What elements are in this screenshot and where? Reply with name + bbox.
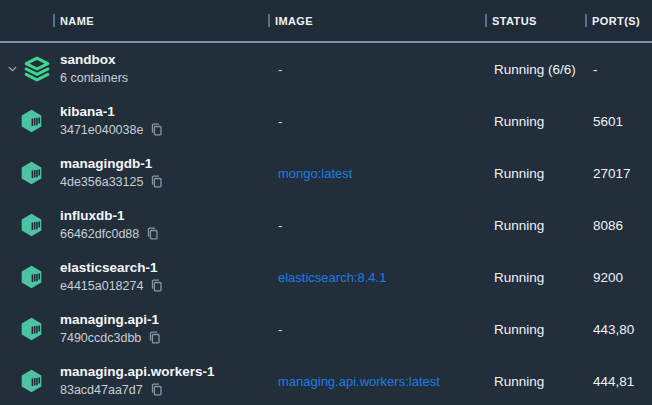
- ports-cell: 444,81: [585, 374, 652, 389]
- container-id: e4415a018274: [60, 279, 143, 295]
- container-name: elasticsearch-1: [60, 260, 268, 277]
- ports-cell: 443,80: [585, 322, 652, 337]
- name-cell: managingdb-1 4de356a33125: [53, 156, 268, 191]
- table-row-managing-api[interactable]: managing.api-1 7490ccdc3dbb - Running 44…: [0, 303, 652, 355]
- status-cell: Running: [485, 270, 585, 285]
- image-link[interactable]: elasticsearch:8.4.1: [268, 270, 485, 285]
- column-header-name: NAME: [53, 0, 268, 41]
- name-cell: kibana-1 3471e040038e: [53, 104, 268, 139]
- expander-cell: [0, 95, 53, 147]
- column-header-status: STATUS: [485, 0, 585, 41]
- container-name: kibana-1: [60, 104, 268, 121]
- table-row-influxdb[interactable]: influxdb-1 66462dfc0d88 - Running 8086: [0, 199, 652, 251]
- table-row-sandbox[interactable]: sandbox 6 containers - Running (6/6) -: [0, 43, 652, 95]
- copy-icon[interactable]: [149, 382, 163, 398]
- image-cell: -: [268, 218, 485, 233]
- column-header-name-label: NAME: [60, 15, 94, 27]
- container-cube-icon: [19, 160, 44, 186]
- container-name: managing.api.workers-1: [60, 364, 268, 381]
- name-cell: managing.api-1 7490ccdc3dbb: [53, 312, 268, 347]
- ports-cell: 8086: [585, 218, 652, 233]
- container-name: managing.api-1: [60, 312, 268, 329]
- ports-cell: -: [585, 62, 652, 77]
- name-cell: elasticsearch-1 e4415a018274: [53, 260, 268, 295]
- container-id: 66462dfc0d88: [60, 227, 139, 243]
- expander-cell: [0, 251, 53, 303]
- chevron-down-icon[interactable]: [6, 63, 19, 76]
- copy-icon[interactable]: [149, 174, 163, 190]
- name-cell: influxdb-1 66462dfc0d88: [53, 208, 268, 243]
- column-header-image-label: IMAGE: [275, 15, 313, 27]
- status-cell: Running (6/6): [485, 62, 585, 77]
- status-cell: Running: [485, 322, 585, 337]
- table-row-elasticsearch[interactable]: elasticsearch-1 e4415a018274 elasticsear…: [0, 251, 652, 303]
- copy-icon[interactable]: [145, 226, 159, 242]
- column-header-status-label: STATUS: [492, 15, 537, 27]
- copy-icon[interactable]: [149, 278, 163, 294]
- expander-cell: [0, 199, 53, 251]
- status-cell: Running: [485, 218, 585, 233]
- image-cell: -: [268, 322, 485, 337]
- container-name: sandbox: [60, 52, 268, 69]
- table-header: NAME IMAGE STATUS PORT(S): [0, 0, 652, 43]
- image-cell: -: [268, 62, 485, 77]
- expander-cell: [0, 147, 53, 199]
- image-link[interactable]: managing.api.workers:latest: [268, 374, 485, 389]
- container-cube-icon: [19, 108, 44, 134]
- name-cell: sandbox 6 containers: [53, 52, 268, 87]
- container-id: 4de356a33125: [60, 175, 143, 191]
- container-id: 7490ccdc3dbb: [60, 331, 141, 347]
- table-row-managing-api-workers[interactable]: managing.api.workers-1 83acd47aa7d7 mana…: [0, 355, 652, 405]
- image-cell: -: [268, 114, 485, 129]
- expander-cell: [0, 303, 53, 355]
- column-divider: [585, 14, 587, 27]
- column-divider: [53, 14, 55, 27]
- stack-icon: [24, 56, 50, 82]
- status-cell: Running: [485, 166, 585, 181]
- name-cell: managing.api.workers-1 83acd47aa7d7: [53, 364, 268, 399]
- ports-cell: 9200: [585, 270, 652, 285]
- copy-icon[interactable]: [149, 122, 163, 138]
- copy-icon[interactable]: [147, 330, 161, 346]
- table-row-kibana[interactable]: kibana-1 3471e040038e - Running 5601: [0, 95, 652, 147]
- column-divider: [485, 14, 487, 27]
- container-count: 6 containers: [60, 71, 128, 87]
- status-cell: Running: [485, 114, 585, 129]
- status-cell: Running: [485, 374, 585, 389]
- table-row-managingdb[interactable]: managingdb-1 4de356a33125 mongo:latest R…: [0, 147, 652, 199]
- column-divider: [268, 14, 270, 27]
- column-header-ports-label: PORT(S): [592, 15, 640, 27]
- ports-cell: 5601: [585, 114, 652, 129]
- column-header-ports: PORT(S): [585, 0, 652, 41]
- container-id: 83acd47aa7d7: [60, 383, 143, 399]
- container-name: managingdb-1: [60, 156, 268, 173]
- container-cube-icon: [19, 212, 44, 238]
- expander-column-header: [0, 0, 53, 41]
- container-cube-icon: [19, 264, 44, 290]
- expander-cell: [0, 43, 53, 95]
- container-name: influxdb-1: [60, 208, 268, 225]
- expander-cell: [0, 355, 53, 405]
- ports-cell: 27017: [585, 166, 652, 181]
- column-header-image: IMAGE: [268, 0, 485, 41]
- container-cube-icon: [19, 368, 44, 394]
- image-link[interactable]: mongo:latest: [268, 166, 485, 181]
- container-id: 3471e040038e: [60, 123, 143, 139]
- container-cube-icon: [19, 316, 44, 342]
- containers-table: NAME IMAGE STATUS PORT(S) sandbox: [0, 0, 652, 405]
